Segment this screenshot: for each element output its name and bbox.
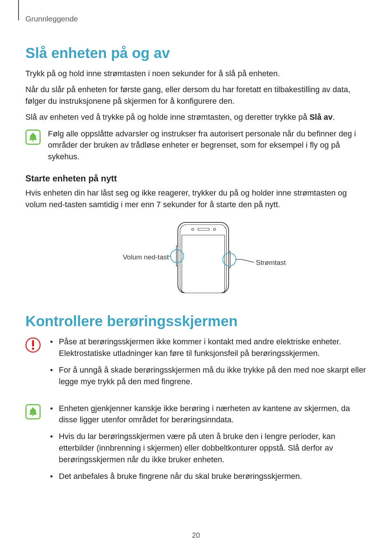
diagram-label-left: Volum ned-tast: [123, 253, 169, 261]
para-3: Slå av enheten ved å trykke på og holde …: [25, 111, 367, 123]
para-4: Hvis enheten din har låst seg og ikke re…: [25, 187, 367, 210]
list-item: Påse at berøringsskjermen ikke kommer i …: [48, 336, 367, 359]
bell-icon: [25, 130, 41, 145]
bell-icon: [25, 404, 41, 419]
note-1-text: Følg alle oppslåtte advarsler og instruk…: [48, 128, 367, 163]
page-number: 20: [0, 531, 392, 539]
note-warning: Påse at berøringsskjermen ikke kommer i …: [25, 336, 367, 393]
svg-point-16: [32, 348, 34, 350]
info-list: Enheten gjenkjenner kanskje ikke berørin…: [48, 403, 367, 487]
diagram-container: Volum ned-tast Strømtast: [25, 221, 367, 293]
list-item: Hvis du lar berøringsskjermen være på ut…: [48, 431, 367, 465]
para-2: Når du slår på enheten for første gang, …: [25, 84, 367, 107]
list-item: Det anbefales å bruke fingrene når du sk…: [48, 471, 367, 482]
para-3a: Slå av enheten ved å trykke på og holde …: [25, 112, 310, 122]
svg-point-7: [213, 228, 216, 230]
para-3-bold: Slå av: [310, 112, 333, 122]
warning-list: Påse at berøringsskjermen ikke kommer i …: [48, 336, 367, 393]
warning-icon: [25, 337, 41, 353]
device-diagram: Volum ned-tast Strømtast: [111, 221, 281, 293]
heading-power: Slå enheten på og av: [25, 45, 367, 61]
svg-line-14: [241, 259, 254, 262]
heading-touchscreen: Kontrollere berøringsskjermen: [25, 313, 367, 329]
svg-point-5: [192, 228, 194, 230]
heading-restart: Starte enheten på nytt: [25, 173, 367, 184]
para-1: Trykk på og hold inne strømtasten i noen…: [25, 68, 367, 79]
note-info-2: Enheten gjenkjenner kanskje ikke berørin…: [25, 403, 367, 487]
list-item: For å unngå å skade berøringsskjermen må…: [48, 364, 367, 387]
page-content: Grunnleggende Slå enheten på og av Trykk…: [0, 0, 392, 512]
header-label: Grunnleggende: [25, 15, 367, 23]
svg-rect-15: [32, 340, 34, 346]
diagram-label-right: Strømtast: [256, 259, 286, 267]
svg-rect-9: [229, 251, 230, 268]
list-item: Enheten gjenkjenner kanskje ikke berørin…: [48, 403, 367, 426]
note-info-1: Følg alle oppslåtte advarsler og instruk…: [25, 128, 367, 163]
section-top-marker: [18, 0, 19, 20]
svg-rect-6: [198, 228, 209, 230]
svg-rect-0: [178, 222, 229, 293]
para-3c: .: [332, 112, 335, 122]
svg-rect-1: [180, 225, 226, 293]
